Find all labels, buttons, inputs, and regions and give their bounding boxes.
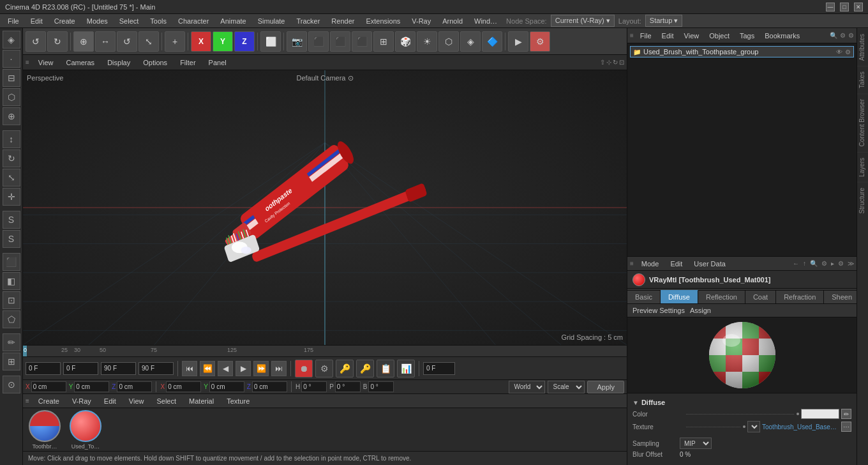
rotate-tool-button[interactable]: ↺ (117, 31, 137, 52)
scale-tool-button[interactable]: ⤡ (138, 31, 159, 52)
color-swatch[interactable] (801, 409, 839, 419)
assign-button[interactable]: Assign (690, 307, 711, 314)
obj-edit-menu[interactable]: Edit (658, 31, 678, 41)
viewport-menu-icon[interactable]: ≡ (26, 59, 29, 66)
h-input[interactable] (301, 381, 327, 392)
tab-basic[interactable]: Basic (627, 290, 661, 303)
tool-bevel[interactable]: ◧ (3, 272, 20, 290)
y-position-input[interactable] (74, 381, 109, 392)
maximize-button[interactable]: □ (840, 3, 849, 11)
object-tree-item[interactable]: 📁 Used_Brush_with_Toothpaste_group 👁 ⚙ (630, 46, 854, 57)
x-rotation-input[interactable] (166, 381, 201, 392)
x-axis-button[interactable]: X (191, 31, 211, 52)
menu-edit[interactable]: Edit (26, 16, 48, 26)
menu-tracker[interactable]: Tracker (291, 16, 325, 26)
obj-bookmark-menu[interactable]: Bookmarks (761, 31, 804, 41)
tool-rotate[interactable]: ↻ (3, 149, 20, 167)
menu-tools[interactable]: Tools (145, 16, 172, 26)
go-end-button[interactable]: ⏭ (271, 361, 287, 376)
tab-coat[interactable]: Coat (745, 290, 776, 303)
attr-up-icon[interactable]: ↑ (803, 260, 806, 267)
sampling-dropdown[interactable]: MIP None SAT (680, 438, 712, 449)
tool-pen[interactable]: ✏ (3, 333, 20, 351)
world-dropdown[interactable]: World Object (509, 381, 545, 393)
mat-material-menu[interactable]: Material (185, 396, 218, 406)
tab-sheen[interactable]: Sheen (824, 290, 860, 303)
menu-character[interactable]: Character (173, 16, 214, 26)
obj-view-menu[interactable]: View (680, 31, 703, 41)
menu-vray[interactable]: V-Ray (407, 16, 436, 26)
phong-button[interactable]: ◈ (460, 31, 481, 52)
obj-object-menu[interactable]: Object (705, 31, 733, 41)
motion-clip-button[interactable]: 📋 (377, 360, 394, 377)
tool-knife[interactable]: ⬠ (3, 310, 20, 328)
attr-expand-icon[interactable]: ≫ (848, 260, 854, 267)
attr-userdata-menu[interactable]: User Data (690, 259, 730, 269)
minimize-button[interactable]: — (826, 3, 835, 11)
material-item-1[interactable]: Toothbr… (26, 410, 64, 450)
layout-dropdown[interactable]: Startup ▾ (645, 15, 683, 27)
move-tool-button[interactable]: ↔ (95, 31, 116, 52)
menu-create[interactable]: Create (49, 16, 80, 26)
attr-edit-menu[interactable]: Edit (666, 259, 686, 269)
vtab-structure[interactable]: Structure (857, 182, 868, 219)
attr-filter-icon[interactable]: ⚙ (821, 260, 827, 267)
material-menu-icon[interactable]: ≡ (26, 397, 29, 404)
menu-file[interactable]: File (3, 16, 24, 26)
frame-start-input[interactable] (26, 362, 61, 375)
viewport-panel-menu[interactable]: Panel (205, 57, 230, 68)
obj-settings-icon[interactable]: ⚙ (848, 32, 854, 39)
diffuse-header[interactable]: ▼ Diffuse (632, 399, 851, 406)
tool-live-select[interactable]: S (3, 211, 20, 229)
material-item-2[interactable]: Used_To… (66, 410, 105, 450)
timeline[interactable]: 0 25 30 50 75 125 175 (23, 345, 627, 356)
tab-reflection[interactable]: Reflection (698, 290, 745, 303)
color-edit-button[interactable]: ✏ (841, 409, 851, 419)
tool-scale[interactable]: ⤡ (3, 169, 20, 187)
viewport[interactable]: oothpaste Cavity Protection (23, 70, 627, 345)
texture-edit-button[interactable]: ⋯ (841, 422, 851, 432)
prev-frame-button[interactable]: ⏪ (200, 361, 215, 376)
vtab-takes[interactable]: Takes (857, 66, 868, 93)
menu-animate[interactable]: Animate (215, 16, 251, 26)
close-button[interactable]: ✕ (854, 3, 863, 11)
mat-create-menu[interactable]: Create (34, 396, 63, 406)
record-button[interactable]: ⏺ (295, 360, 313, 377)
tool-mode-poly[interactable]: ⬡ (3, 88, 20, 106)
x-position-input[interactable] (31, 381, 66, 392)
viewport-ctrl-1[interactable]: ⇧ (600, 59, 605, 66)
vtab-layers[interactable]: Layers (857, 152, 868, 182)
camera-button[interactable]: 📷 (287, 31, 307, 52)
menu-wind[interactable]: Wind… (469, 16, 502, 26)
tool-weld[interactable]: ⊙ (3, 376, 20, 393)
z-position-input[interactable] (117, 381, 152, 392)
light-button[interactable]: ☀ (417, 31, 437, 52)
frame-counter-display[interactable] (423, 362, 455, 375)
tool-mode-points[interactable]: · (3, 50, 20, 68)
menu-extensions[interactable]: Extensions (361, 16, 405, 26)
menu-arnold[interactable]: Arnold (437, 16, 468, 26)
vtab-attributes[interactable]: Attributes (857, 28, 868, 66)
tab-refraction[interactable]: Refraction (776, 290, 824, 303)
attr-search-icon[interactable]: 🔍 (810, 260, 818, 267)
viewport-view-menu[interactable]: View (34, 57, 57, 68)
preview-settings-link[interactable]: Preview Settings (632, 307, 685, 314)
top-view-button[interactable]: ⬛ (330, 31, 350, 52)
tool-transform[interactable]: ✛ (3, 188, 20, 206)
tab-diffuse[interactable]: Diffuse (661, 290, 698, 303)
attr-more-icon[interactable]: ▸ (831, 260, 834, 267)
attr-mode-menu[interactable]: Mode (638, 259, 663, 269)
mat-view-menu[interactable]: View (125, 396, 148, 406)
mat-vray-menu[interactable]: V-Ray (68, 396, 95, 406)
tool-loop[interactable]: S (3, 230, 20, 248)
tool-bridge[interactable]: ⊡ (3, 291, 20, 309)
p-input[interactable] (335, 381, 361, 392)
undo-button[interactable]: ↺ (26, 31, 46, 52)
b-input[interactable] (368, 381, 394, 392)
apply-button[interactable]: Apply (587, 381, 624, 393)
tool-extrude[interactable]: ⬛ (3, 253, 20, 271)
tool-move[interactable]: ↕ (3, 130, 20, 148)
z-axis-button[interactable]: Z (234, 31, 255, 52)
auto-key-button[interactable]: ⚙ (315, 360, 333, 377)
viewport-filter-menu[interactable]: Filter (176, 57, 199, 68)
